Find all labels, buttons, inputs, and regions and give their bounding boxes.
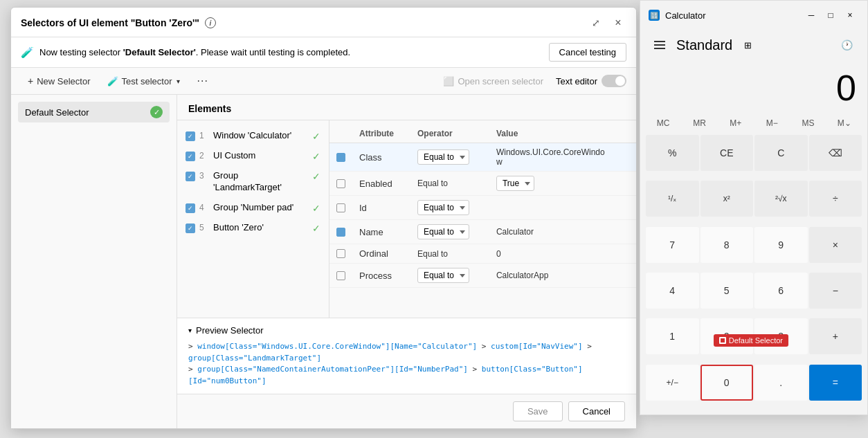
calc-equals-button[interactable]: =: [809, 365, 862, 401]
calc-minimize-button[interactable]: ─: [802, 6, 820, 24]
dialog-footer: Save Cancel: [177, 394, 636, 428]
attr-checkbox-name[interactable]: [336, 228, 345, 237]
mem-mminus-button[interactable]: M−: [754, 114, 789, 132]
more-options-button[interactable]: ···: [190, 72, 215, 90]
attr-row-class: Class Equal to Windows.UI.Core.CoreWindo…: [329, 143, 636, 172]
attr-operator-name[interactable]: Equal to: [417, 224, 469, 239]
left-sidebar: Default Selector ✓: [11, 95, 177, 428]
close-button[interactable]: ×: [610, 15, 626, 31]
banner-text: Now testing selector 'Default Selector'.…: [39, 47, 350, 57]
calc-history-button[interactable]: 🕐: [837, 35, 856, 55]
element-checkbox-4[interactable]: ✓: [186, 203, 195, 213]
flask-icon: 🧪: [107, 76, 118, 86]
attributes-table: Attribute Operator Value Cla: [329, 126, 636, 288]
attr-checkbox-enabled[interactable]: [336, 179, 345, 188]
attr-checkbox-process[interactable]: [336, 271, 345, 280]
element-row[interactable]: ✓ 4 Group 'Number pad' ✓: [177, 198, 329, 218]
screen-icon: ⬜: [443, 76, 454, 86]
attr-col-operator: Operator: [410, 126, 489, 143]
calc-6-button[interactable]: 6: [754, 273, 808, 309]
calc-5-button[interactable]: 5: [700, 273, 754, 309]
cancel-button[interactable]: Cancel: [568, 401, 625, 421]
elements-header: Elements: [177, 95, 636, 120]
testing-banner: 🧪 Now testing selector 'Default Selector…: [11, 37, 636, 68]
element-row[interactable]: ✓ 3 Group'LandmarkTarget' ✓: [177, 166, 329, 198]
dialog-title: Selectors of UI element "Button 'Zero'": [21, 17, 199, 28]
calc-9-button[interactable]: 9: [754, 227, 808, 263]
attr-value-enabled[interactable]: True: [496, 176, 534, 191]
preview-header[interactable]: ▾ Preview Selector: [188, 325, 625, 336]
element-checkbox-1[interactable]: ✓: [186, 131, 195, 141]
calc-minus-button[interactable]: −: [809, 273, 862, 309]
calc-plusminus-button[interactable]: +/−: [646, 365, 699, 401]
attr-name-name: Name: [359, 227, 383, 237]
calc-square-button[interactable]: x²: [700, 181, 754, 217]
calc-app-icon: 🔢: [649, 10, 660, 21]
calc-mode-switch-button[interactable]: ⊞: [738, 35, 757, 55]
mem-mr-button[interactable]: MR: [682, 114, 716, 132]
calc-maximize-button[interactable]: □: [822, 6, 840, 24]
mem-mdown-button[interactable]: M⌄: [827, 114, 862, 132]
calc-reciprocal-button[interactable]: ¹/ₓ: [646, 181, 699, 217]
dropdown-arrow-icon[interactable]: ▾: [177, 77, 180, 85]
calc-divide-button[interactable]: ÷: [809, 181, 862, 217]
calc-mode-title: Standard: [676, 37, 732, 53]
badge-label: Default Selector: [729, 336, 783, 345]
calc-display-value: 0: [836, 67, 856, 109]
calc-sqrt-button[interactable]: ²√x: [754, 181, 808, 217]
calc-zero-button[interactable]: 0: [700, 365, 754, 401]
attr-value-name: Calculator: [496, 227, 534, 237]
calc-7-button[interactable]: 7: [646, 227, 699, 263]
element-checkbox-5[interactable]: ✓: [186, 223, 195, 233]
attr-operator-id[interactable]: Equal to: [417, 200, 469, 215]
save-button[interactable]: Save: [513, 401, 563, 421]
calc-plus-button[interactable]: +: [809, 318, 862, 354]
test-selector-button[interactable]: 🧪 Test selector ▾: [100, 73, 188, 89]
default-selector-badge: Default Selector: [714, 334, 788, 347]
element-check-3: ✓: [312, 171, 320, 182]
attr-col-attribute: Attribute: [352, 126, 410, 143]
attr-operator-class[interactable]: Equal to: [417, 149, 469, 165]
cancel-testing-button[interactable]: Cancel testing: [549, 43, 626, 62]
element-row[interactable]: ✓ 5 Button 'Zero' ✓: [177, 218, 329, 238]
attr-checkbox-class[interactable]: [336, 153, 345, 162]
elements-body: ✓ 1 Window 'Calculator' ✓ ✓ 2 UI Custom …: [177, 120, 636, 318]
element-row[interactable]: ✓ 1 Window 'Calculator' ✓: [177, 126, 329, 146]
open-screen-selector-button[interactable]: ⬜ Open screen selector: [437, 73, 549, 89]
calc-backspace-button[interactable]: ⌫: [809, 135, 862, 171]
mem-mc-button[interactable]: MC: [646, 114, 680, 132]
preview-group-selector: group[Class="LandmarkTarget"]: [188, 354, 321, 363]
attr-operator-process[interactable]: Equal to: [417, 268, 469, 283]
info-icon[interactable]: i: [205, 17, 216, 28]
restore-button[interactable]: ⤢: [588, 15, 604, 31]
attr-value-class: Windows.UI.Core.CoreWindow: [496, 147, 605, 167]
title-actions: ⤢ ×: [588, 15, 626, 31]
preview-title: Preview Selector: [196, 325, 264, 336]
attr-col-value: Value: [489, 126, 636, 143]
attr-checkbox-ordinal[interactable]: [336, 249, 345, 258]
calc-1-button[interactable]: 1: [646, 318, 699, 354]
default-selector-item[interactable]: Default Selector ✓: [18, 102, 170, 122]
calc-multiply-button[interactable]: ×: [809, 227, 862, 263]
mem-mplus-button[interactable]: M+: [718, 114, 753, 132]
ellipsis-icon: ···: [197, 75, 208, 87]
attr-value-process: CalculatorApp: [496, 271, 548, 280]
element-checkbox-3[interactable]: ✓: [186, 172, 195, 181]
mem-ms-button[interactable]: MS: [790, 114, 825, 132]
hamburger-line-2: [654, 44, 665, 46]
calc-4-button[interactable]: 4: [646, 273, 699, 309]
calc-close-button[interactable]: ×: [841, 6, 859, 24]
element-row[interactable]: ✓ 2 UI Custom ✓: [177, 146, 329, 166]
hamburger-menu-button[interactable]: [649, 34, 671, 56]
new-selector-button[interactable]: + New Selector: [21, 73, 98, 89]
calc-decimal-button[interactable]: .: [754, 365, 808, 401]
calc-8-button[interactable]: 8: [700, 227, 754, 263]
attr-checkbox-id[interactable]: [336, 203, 345, 212]
calc-percent-button[interactable]: %: [646, 135, 699, 171]
element-checkbox-2[interactable]: ✓: [186, 152, 195, 161]
calc-c-button[interactable]: C: [754, 135, 808, 171]
preview-line-2: > group[Class="NamedContainerAutomationP…: [188, 364, 625, 387]
text-editor-toggle[interactable]: [602, 75, 626, 87]
calc-ce-button[interactable]: CE: [700, 135, 754, 171]
preview-custom-selector: custom[Id="NavView"]: [491, 342, 582, 351]
